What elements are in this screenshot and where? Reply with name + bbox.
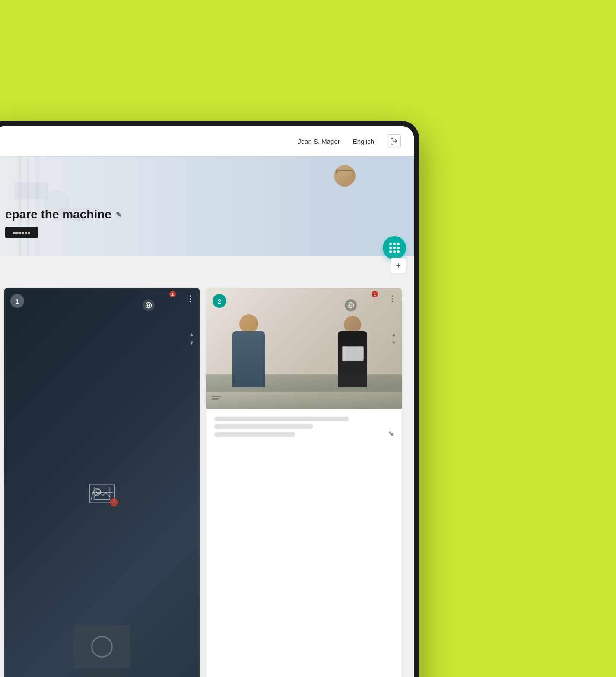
card-1-scroll-up[interactable]: ▲ xyxy=(189,331,194,338)
no-image-badge: ! xyxy=(110,498,118,506)
header-bar: Jean S. Mager English xyxy=(0,126,414,156)
card-2-text-line-2 xyxy=(214,424,313,429)
hero-badges: ■■■■■■ xyxy=(5,227,401,238)
card-2-more-button[interactable]: ⋮ xyxy=(388,294,397,304)
card-2-image: 2 1 ⋮ xyxy=(206,288,402,409)
card-2-scroll-down[interactable]: ▼ xyxy=(391,339,397,346)
card-1: ! 1 1 xyxy=(4,288,200,677)
logout-button[interactable] xyxy=(387,134,401,148)
card-2-number: 2 xyxy=(213,294,226,308)
hero-edit-icon[interactable]: ✎ xyxy=(116,211,121,219)
card-2-sort[interactable] xyxy=(212,396,221,400)
card-2: 2 1 ⋮ xyxy=(206,288,402,677)
user-name: Jean S. Mager xyxy=(298,138,340,145)
card-2-text-line-1 xyxy=(214,417,349,421)
card-2-globe-badge: 1 xyxy=(372,291,378,297)
card-1-globe-icon[interactable] xyxy=(143,299,155,311)
hero-background xyxy=(0,156,414,256)
svg-rect-1 xyxy=(94,487,110,500)
svg-point-2 xyxy=(96,489,100,494)
device-frame: Jean S. Mager English xyxy=(0,121,419,677)
language-selector[interactable]: English xyxy=(353,138,374,145)
fab-menu-button[interactable] xyxy=(383,236,406,259)
card-2-globe-icon[interactable] xyxy=(345,299,357,311)
card-1-scroll-down[interactable]: ▼ xyxy=(189,339,194,346)
hero-title: epare the machine ✎ xyxy=(5,208,401,221)
machine-graphic xyxy=(67,625,137,677)
cards-area: ! 1 1 xyxy=(0,279,414,677)
hero-badge-1: ■■■■■■ xyxy=(5,227,38,238)
no-image-icon: ! xyxy=(89,484,115,503)
hero-content: epare the machine ✎ ■■■■■■ xyxy=(0,208,414,238)
card-2-scroll-up[interactable]: ▲ xyxy=(391,331,397,338)
card-1-scroll[interactable]: ▲ ▼ xyxy=(189,331,194,346)
card-2-text-line-3 xyxy=(214,432,295,437)
card-1-more-button[interactable]: ⋮ xyxy=(186,294,194,304)
card-1-number: 1 xyxy=(10,294,24,308)
card-2-scroll[interactable]: ▲ ▼ xyxy=(391,331,397,346)
card-2-edit-button[interactable]: ✎ xyxy=(388,430,394,438)
tablet-prop xyxy=(342,346,364,361)
device-screen: Jean S. Mager English xyxy=(0,126,414,677)
add-button[interactable]: + xyxy=(391,258,406,273)
hero-section: epare the machine ✎ ■■■■■■ xyxy=(0,156,414,256)
fab-dots-icon xyxy=(389,243,400,253)
add-icon: + xyxy=(396,261,401,271)
card-2-text: ✎ xyxy=(206,409,402,448)
card-1-globe-badge: 1 xyxy=(169,291,176,297)
person-1 xyxy=(232,314,265,387)
card-1-image: ! 1 1 xyxy=(4,288,200,677)
